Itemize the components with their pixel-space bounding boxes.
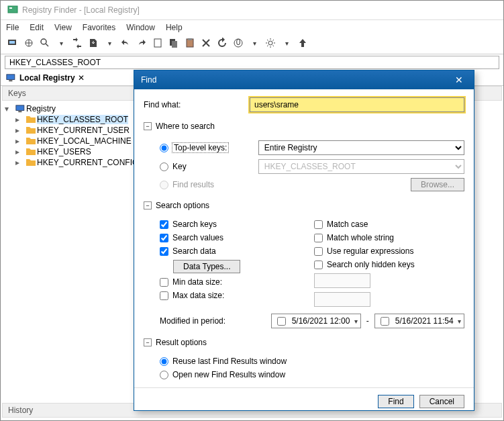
undo-icon[interactable] [119,36,132,50]
svg-rect-8 [172,41,177,48]
expander-icon[interactable]: ▸ [15,115,25,124]
copy-icon[interactable] [167,36,181,50]
dropdown-icon[interactable]: ▾ [280,36,293,50]
radio-new-window[interactable] [160,371,168,379]
scope-select[interactable]: Entire Registry [258,140,464,155]
svg-rect-17 [18,111,21,112]
check-match-case[interactable] [314,220,323,229]
find-what-label: Find what: [144,100,244,109]
up-icon[interactable] [296,36,309,50]
window-title: Registry Finder - [Local Registry] [22,5,140,15]
folder-icon [26,148,36,156]
label-min-size: Min data size: [172,277,222,287]
label-search-values: Search values [172,233,223,242]
toolbar: ▾ ▾ 0 ▾ ▾ [1,35,503,54]
label-reuse: Reuse last Find Results window [172,357,287,366]
data-types-button[interactable]: Data Types... [173,260,240,273]
tree-item-hkcu[interactable]: HKEY_CURRENT_USER [37,126,130,135]
close-icon[interactable]: ✕ [78,73,85,83]
tree-item-hkcr[interactable]: HKEY_CLASSES_ROOT [37,115,128,124]
tree-root[interactable]: Registry [26,104,56,113]
check-regex[interactable] [314,247,323,256]
svg-rect-3 [9,41,15,44]
menu-edit[interactable]: Edit [30,23,44,32]
folder-icon [26,158,36,167]
export-icon[interactable] [87,36,100,50]
check-date-to[interactable] [381,317,389,326]
monitor-icon [6,74,15,82]
menu-window[interactable]: Window [126,23,155,32]
date-from[interactable]: 5/16/2021 12:00 ▾ [271,314,361,328]
find-what-input[interactable] [250,97,464,112]
expander-icon[interactable]: ▸ [15,126,25,135]
tree-item-hklm[interactable]: HKEY_LOCAL_MACHINE [37,136,132,146]
find-dialog: Find ✕ Find what: − Where to search Top-… [134,70,474,411]
check-max-size[interactable] [160,291,168,300]
delete-icon[interactable] [199,36,213,50]
label-open-new: Open new Find Results window [172,370,285,379]
dash: - [366,316,369,326]
close-icon[interactable]: ✕ [451,75,467,85]
browse-button: Browse... [411,178,464,191]
folder-icon [26,137,36,145]
check-hidden[interactable] [314,261,323,269]
collapse-icon[interactable]: − [144,201,152,209]
paste-icon[interactable] [183,36,197,50]
tree-item-hkcc[interactable]: HKEY_CURRENT_CONFIG [37,158,138,167]
replace-icon[interactable] [70,36,84,50]
collapse-icon[interactable]: − [144,338,152,346]
radio-top-level-keys[interactable] [160,144,168,152]
tree-item-hku[interactable]: HKEY_USERS [37,147,91,156]
group-result: Result options [156,338,207,347]
connect-local-icon[interactable] [6,36,19,50]
svg-rect-15 [9,80,12,81]
dropdown-icon[interactable]: ▾ [54,36,68,50]
dropdown-icon[interactable]: ▾ [248,36,261,50]
dropdown-icon[interactable]: ▾ [103,36,116,50]
menu-favorites[interactable]: Favorites [83,23,115,32]
expander-icon[interactable]: ▸ [15,136,25,146]
redo-icon[interactable] [135,36,148,50]
monitor-icon [15,105,25,113]
new-icon[interactable] [151,36,164,50]
date-to[interactable]: 5/16/2021 11:54 ▾ [374,314,464,328]
find-button[interactable]: Find [378,395,413,408]
check-search-data[interactable] [160,247,168,256]
menu-file[interactable]: File [6,23,19,32]
label-match-whole: Match whole string [327,233,394,242]
collapse-icon[interactable]: − [144,122,152,130]
check-search-keys[interactable] [160,220,168,229]
label-modified: Modified in period: [160,316,266,326]
check-min-size[interactable] [160,278,168,287]
chevron-down-icon[interactable]: ▾ [354,318,358,325]
label-search-keys: Search keys [172,220,217,229]
expander-icon[interactable]: ▸ [15,158,25,167]
cancel-button[interactable]: Cancel [419,395,464,408]
menu-help[interactable]: Help [166,23,183,32]
settings-icon[interactable] [264,36,277,50]
connect-remote-icon[interactable] [22,36,36,50]
radio-key[interactable] [160,162,168,171]
key-select: HKEY_CLASSES_ROOT [258,159,464,174]
hex-icon[interactable]: 0 [232,36,245,50]
search-icon[interactable] [38,36,52,50]
check-match-whole[interactable] [314,234,323,242]
svg-rect-10 [188,38,192,40]
tab-local-registry[interactable]: Local Registry [19,73,75,83]
menu-view[interactable]: View [54,23,72,32]
chevron-down-icon[interactable]: ▾ [458,318,461,325]
check-search-values[interactable] [160,234,168,242]
group-where: Where to search [156,122,215,131]
radio-reuse-window[interactable] [160,357,168,366]
address-bar[interactable]: HKEY_CLASSES_ROOT [5,56,499,69]
label-key: Key [172,162,187,171]
expander-icon[interactable]: ▾ [5,104,14,113]
label-match-case: Match case [327,220,368,229]
expander-icon[interactable]: ▸ [15,147,25,156]
svg-point-13 [268,41,272,45]
label-regex: Use regular expressions [327,246,413,256]
refresh-icon[interactable] [215,36,229,50]
radio-find-results [160,181,168,189]
check-date-from[interactable] [277,317,286,326]
svg-rect-1 [9,7,12,9]
